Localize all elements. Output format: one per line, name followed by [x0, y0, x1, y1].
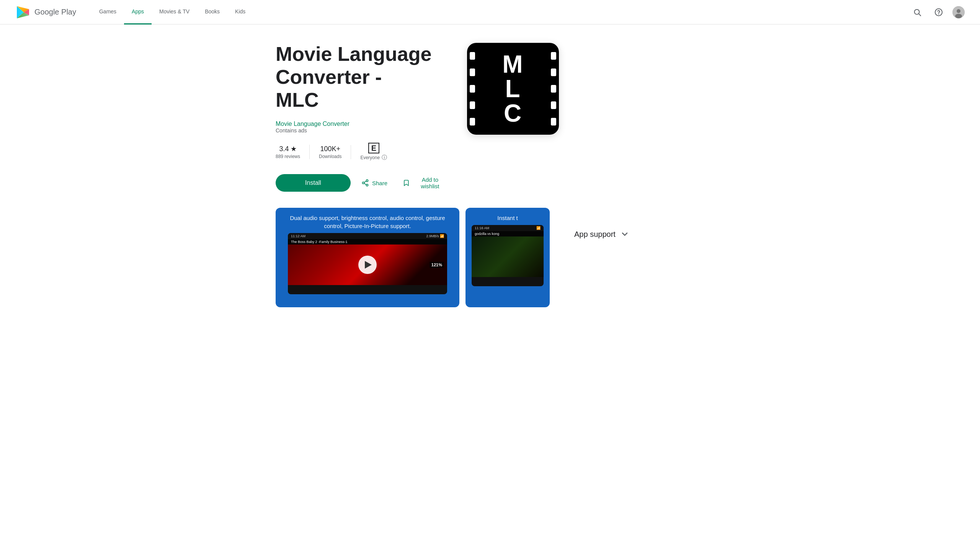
signal-icons-2: 📶: [536, 226, 541, 230]
app-stats: 3.4 ★ 889 reviews 100K+ Downloads E: [276, 143, 452, 161]
app-icon: MLC: [467, 43, 559, 135]
play-triangle-icon: [365, 261, 372, 269]
nav-apps[interactable]: Apps: [124, 0, 152, 24]
app-developer-link[interactable]: Movie Language Converter: [276, 121, 350, 127]
app-icon-text: MLC: [502, 52, 523, 126]
chevron-down-icon: [620, 230, 629, 239]
main-content: Movie Language Converter - MLC Movie Lan…: [260, 24, 720, 326]
rating-star: ★: [291, 145, 297, 153]
video-frame-2: [472, 236, 544, 277]
phone-time-1: 11:12 AM: [291, 234, 305, 238]
avatar-icon: [952, 6, 965, 18]
status-bar-1: 11:12 AM 2.9MB/s 📶: [288, 233, 447, 239]
help-icon: [934, 8, 943, 16]
screenshot-2[interactable]: Instant t 11:16 AM 📶 godzilla vs kong: [466, 208, 550, 307]
screenshots-section: Dual audio support, brightness control, …: [276, 208, 559, 307]
phone-time-2: 11:16 AM: [475, 226, 489, 230]
app-support-title: App support: [574, 230, 616, 239]
sidebar-col: App support: [574, 43, 704, 307]
search-button[interactable]: [910, 5, 925, 20]
svg-line-5: [919, 14, 921, 16]
main-col: Movie Language Converter - MLC Movie Lan…: [276, 43, 559, 307]
app-ads-label: Contains ads: [276, 127, 452, 134]
share-icon: [361, 179, 369, 187]
user-avatar[interactable]: [952, 6, 965, 18]
nav-books[interactable]: Books: [197, 0, 227, 24]
wishlist-icon: [403, 179, 410, 187]
main-nav: Games Apps Movies & TV Books Kids: [91, 0, 910, 24]
google-play-text: Google Play: [34, 8, 76, 16]
app-icon-container: MLC: [467, 43, 559, 135]
screenshot-1[interactable]: Dual audio support, brightness control, …: [276, 208, 459, 307]
app-title: Movie Language Converter - MLC: [276, 43, 452, 111]
wishlist-button[interactable]: Add to wishlist: [398, 173, 452, 192]
video-frame-1: 121%: [288, 245, 447, 285]
movie-title-2: godzilla vs kong: [472, 231, 544, 236]
screenshot-2-caption: Instant t: [466, 208, 550, 225]
header: Google Play Games Apps Movies & TV Books…: [0, 0, 980, 24]
stat-downloads: 100K+ Downloads: [310, 145, 351, 159]
rating-value: 3.4: [279, 145, 289, 153]
play-logo-icon: [15, 5, 31, 20]
downloads-label: Downloads: [319, 154, 341, 159]
content-rating-info-icon[interactable]: ⓘ: [382, 154, 387, 160]
install-button[interactable]: Install: [276, 174, 351, 192]
screenshots-row: Dual audio support, brightness control, …: [276, 208, 559, 307]
stat-rating: 3.4 ★ 889 reviews: [276, 145, 310, 159]
downloads-value: 100K+: [320, 145, 340, 153]
reviews-label[interactable]: 889 reviews: [276, 154, 300, 159]
film-holes-left: [467, 43, 478, 135]
svg-line-14: [364, 184, 366, 185]
svg-line-15: [364, 181, 366, 183]
app-support-section[interactable]: App support: [574, 227, 704, 242]
search-icon: [913, 8, 921, 16]
svg-point-9: [957, 9, 960, 13]
share-button[interactable]: Share: [357, 176, 392, 190]
app-info: Movie Language Converter - MLC Movie Lan…: [276, 43, 452, 192]
app-header: Movie Language Converter - MLC Movie Lan…: [276, 43, 559, 192]
svg-point-10: [955, 14, 962, 18]
nav-games[interactable]: Games: [91, 0, 124, 24]
content-layout: Movie Language Converter - MLC Movie Lan…: [276, 43, 704, 307]
nav-movies-tv[interactable]: Movies & TV: [152, 0, 197, 24]
header-actions: [910, 5, 965, 20]
phone-mockup-2: 11:16 AM 📶 godzilla vs kong: [472, 225, 544, 286]
stat-rating-category: E Everyone ⓘ: [351, 143, 396, 161]
brightness-indicator: 121%: [430, 262, 444, 268]
content-rating-badge: E: [368, 143, 379, 153]
film-holes-right: [548, 43, 559, 135]
nav-kids[interactable]: Kids: [227, 0, 253, 24]
status-bar-2: 11:16 AM 📶: [472, 225, 544, 231]
google-play-logo[interactable]: Google Play: [15, 5, 76, 20]
app-actions: Install Share: [276, 173, 452, 192]
phone-mockup-1: 11:12 AM 2.9MB/s 📶 The Boss Baby 2 -Fami…: [288, 233, 447, 294]
movie-title-1: The Boss Baby 2 -Family Business-1: [288, 239, 447, 245]
signal-icons-1: 2.9MB/s 📶: [426, 234, 444, 238]
play-button-overlay[interactable]: [358, 256, 377, 274]
svg-point-7: [939, 14, 939, 14]
content-rating-label: Everyone: [360, 155, 380, 160]
help-button[interactable]: [931, 5, 946, 20]
screenshot-1-caption: Dual audio support, brightness control, …: [276, 208, 459, 233]
